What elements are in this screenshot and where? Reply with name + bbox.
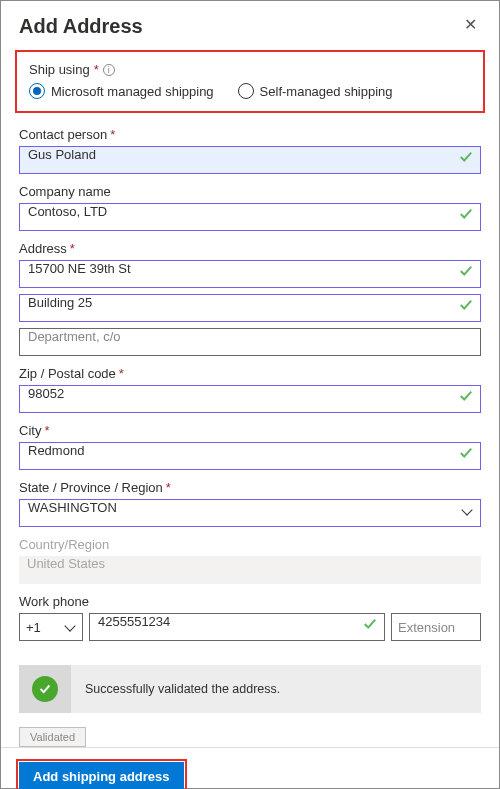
field-city: City * Redmond <box>19 423 481 470</box>
field-work-phone: Work phone +1 4255551234 Extension <box>19 594 481 641</box>
extension-placeholder: Extension <box>398 620 455 635</box>
panel-title: Add Address <box>19 15 143 38</box>
panel-footer: Add shipping address <box>1 747 499 789</box>
phone-country-code-select[interactable]: +1 <box>19 613 83 641</box>
state-select[interactable]: WASHINGTON <box>19 499 481 527</box>
panel-header: Add Address ✕ <box>1 1 499 42</box>
validation-icon-box <box>19 665 71 713</box>
ship-using-section: Ship using * i Microsoft managed shippin… <box>15 50 485 113</box>
radio-label: Self-managed shipping <box>260 84 393 99</box>
field-label: Country/Region <box>19 537 481 552</box>
field-state: State / Province / Region * WASHINGTON <box>19 480 481 527</box>
ship-using-label-row: Ship using * i <box>29 62 471 77</box>
phone-number-input[interactable]: 4255551234 <box>89 613 385 641</box>
required-star: * <box>44 423 49 438</box>
zip-input[interactable]: 98052 <box>19 385 481 413</box>
validation-message: Successfully validated the address. <box>85 682 280 696</box>
field-label: Contact person * <box>19 127 481 142</box>
label-text: Country/Region <box>19 537 109 552</box>
add-shipping-address-button[interactable]: Add shipping address <box>19 762 184 789</box>
radio-microsoft-managed[interactable]: Microsoft managed shipping <box>29 83 214 99</box>
radio-self-managed[interactable]: Self-managed shipping <box>238 83 393 99</box>
close-icon: ✕ <box>464 16 477 33</box>
label-text: Work phone <box>19 594 89 609</box>
field-label: Address * <box>19 241 481 256</box>
validated-chip: Validated <box>19 727 86 747</box>
success-check-icon <box>32 676 58 702</box>
required-star: * <box>70 241 75 256</box>
field-label: Zip / Postal code * <box>19 366 481 381</box>
label-text: Company name <box>19 184 111 199</box>
close-button[interactable]: ✕ <box>460 15 481 35</box>
label-text: Contact person <box>19 127 107 142</box>
radio-icon <box>238 83 254 99</box>
required-star: * <box>166 480 171 495</box>
required-star: * <box>94 62 99 77</box>
validation-banner: Successfully validated the address. <box>19 665 481 713</box>
info-icon[interactable]: i <box>103 64 115 76</box>
ship-using-label: Ship using <box>29 62 90 77</box>
address-line2-input[interactable]: Building 25 <box>19 294 481 322</box>
radio-icon <box>29 83 45 99</box>
label-text: State / Province / Region <box>19 480 163 495</box>
radio-label: Microsoft managed shipping <box>51 84 214 99</box>
phone-extension-input[interactable]: Extension <box>391 613 481 641</box>
company-name-input[interactable]: Contoso, LTD <box>19 203 481 231</box>
label-text: Address <box>19 241 67 256</box>
city-input[interactable]: Redmond <box>19 442 481 470</box>
form-area: Contact person * Gus Poland Company name… <box>1 127 499 747</box>
field-label: Company name <box>19 184 481 199</box>
add-address-panel: Add Address ✕ Ship using * i Microsoft m… <box>0 0 500 789</box>
required-star: * <box>119 366 124 381</box>
label-text: City <box>19 423 41 438</box>
contact-person-input[interactable]: Gus Poland <box>19 146 481 174</box>
field-label: State / Province / Region * <box>19 480 481 495</box>
chevron-down-icon <box>66 623 76 633</box>
address-line3-input[interactable]: Department, c/o <box>19 328 481 356</box>
ship-using-radio-group: Microsoft managed shipping Self-managed … <box>29 83 471 99</box>
address-line1-input[interactable]: 15700 NE 39th St <box>19 260 481 288</box>
field-contact-person: Contact person * Gus Poland <box>19 127 481 174</box>
required-star: * <box>110 127 115 142</box>
country-input: United States <box>19 556 481 584</box>
label-text: Zip / Postal code <box>19 366 116 381</box>
field-label: City * <box>19 423 481 438</box>
country-code-value: +1 <box>26 620 41 635</box>
field-company-name: Company name Contoso, LTD <box>19 184 481 231</box>
field-label: Work phone <box>19 594 481 609</box>
field-country: Country/Region United States <box>19 537 481 584</box>
field-zip: Zip / Postal code * 98052 <box>19 366 481 413</box>
field-address: Address * 15700 NE 39th St Building 25 D… <box>19 241 481 356</box>
